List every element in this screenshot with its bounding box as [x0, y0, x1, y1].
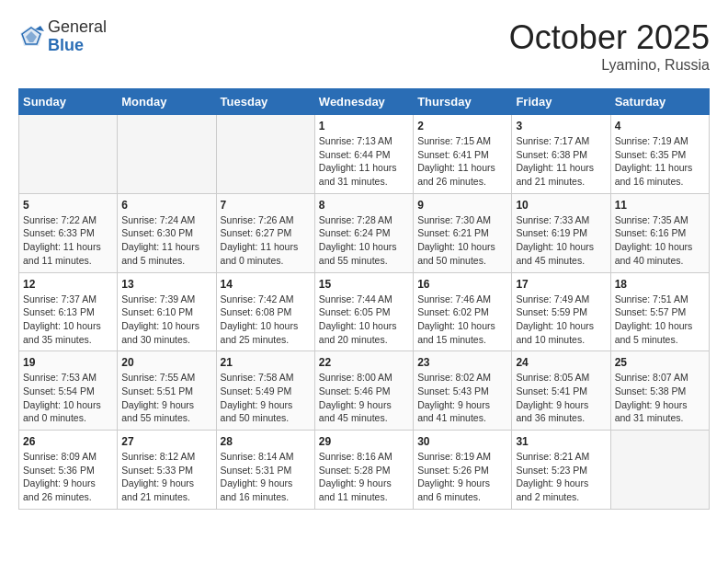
calendar-cell: 30Sunrise: 8:19 AM Sunset: 5:26 PM Dayli…	[414, 431, 512, 510]
day-number: 25	[615, 356, 705, 369]
calendar-cell: 24Sunrise: 8:05 AM Sunset: 5:41 PM Dayli…	[512, 351, 610, 431]
logo-icon	[18, 24, 44, 50]
weekday-header-row: SundayMondayTuesdayWednesdayThursdayFrid…	[19, 89, 710, 115]
calendar-week-row: 19Sunrise: 7:53 AM Sunset: 5:54 PM Dayli…	[19, 351, 710, 431]
calendar-cell: 20Sunrise: 7:55 AM Sunset: 5:51 PM Dayli…	[118, 351, 216, 431]
calendar-cell: 15Sunrise: 7:44 AM Sunset: 6:05 PM Dayli…	[314, 272, 413, 351]
calendar-cell: 26Sunrise: 8:09 AM Sunset: 5:36 PM Dayli…	[19, 431, 118, 510]
calendar-cell: 12Sunrise: 7:37 AM Sunset: 6:13 PM Dayli…	[19, 272, 118, 351]
day-number: 1	[319, 120, 409, 132]
day-info: Sunrise: 7:58 AM Sunset: 5:49 PM Dayligh…	[221, 371, 311, 425]
day-info: Sunrise: 8:12 AM Sunset: 5:33 PM Dayligh…	[121, 450, 211, 504]
calendar-cell: 14Sunrise: 7:42 AM Sunset: 6:08 PM Dayli…	[216, 272, 314, 351]
calendar-cell: 5Sunrise: 7:22 AM Sunset: 6:33 PM Daylig…	[19, 193, 118, 272]
calendar-cell: 4Sunrise: 7:19 AM Sunset: 6:35 PM Daylig…	[610, 115, 709, 194]
day-info: Sunrise: 7:35 AM Sunset: 6:16 PM Dayligh…	[615, 213, 705, 268]
day-number: 26	[23, 435, 113, 448]
day-number: 10	[516, 199, 606, 212]
page-header: General Blue October 2025 Lyamino, Russi…	[18, 18, 710, 74]
calendar-cell: 17Sunrise: 7:49 AM Sunset: 5:59 PM Dayli…	[512, 272, 610, 351]
calendar-cell: 22Sunrise: 8:00 AM Sunset: 5:46 PM Dayli…	[314, 351, 413, 431]
day-info: Sunrise: 7:51 AM Sunset: 5:57 PM Dayligh…	[615, 293, 705, 347]
weekday-header: Sunday	[19, 89, 118, 115]
day-info: Sunrise: 7:19 AM Sunset: 6:35 PM Dayligh…	[615, 134, 705, 189]
calendar-cell: 27Sunrise: 8:12 AM Sunset: 5:33 PM Dayli…	[118, 431, 216, 510]
day-number: 31	[516, 435, 606, 448]
calendar-cell: 19Sunrise: 7:53 AM Sunset: 5:54 PM Dayli…	[19, 351, 118, 431]
location: Lyamino, Russia	[509, 57, 710, 74]
calendar-cell: 9Sunrise: 7:30 AM Sunset: 6:21 PM Daylig…	[414, 193, 512, 272]
day-number: 14	[221, 278, 311, 291]
day-number: 15	[319, 278, 409, 291]
day-number: 7	[221, 199, 311, 212]
day-info: Sunrise: 7:26 AM Sunset: 6:27 PM Dayligh…	[221, 213, 311, 268]
day-number: 27	[121, 435, 211, 448]
title-block: October 2025 Lyamino, Russia	[509, 18, 710, 74]
day-info: Sunrise: 7:39 AM Sunset: 6:10 PM Dayligh…	[121, 293, 211, 347]
day-info: Sunrise: 7:33 AM Sunset: 6:19 PM Dayligh…	[516, 213, 606, 268]
calendar-cell: 2Sunrise: 7:15 AM Sunset: 6:41 PM Daylig…	[414, 115, 512, 194]
calendar-cell: 8Sunrise: 7:28 AM Sunset: 6:24 PM Daylig…	[314, 193, 413, 272]
calendar-cell: 3Sunrise: 7:17 AM Sunset: 6:38 PM Daylig…	[512, 115, 610, 194]
day-number: 21	[221, 356, 311, 369]
calendar-cell: 10Sunrise: 7:33 AM Sunset: 6:19 PM Dayli…	[512, 193, 610, 272]
day-info: Sunrise: 8:21 AM Sunset: 5:23 PM Dayligh…	[516, 450, 606, 504]
calendar-cell: 16Sunrise: 7:46 AM Sunset: 6:02 PM Dayli…	[414, 272, 512, 351]
day-info: Sunrise: 7:24 AM Sunset: 6:30 PM Dayligh…	[121, 213, 211, 268]
day-info: Sunrise: 7:13 AM Sunset: 6:44 PM Dayligh…	[319, 134, 409, 189]
day-number: 9	[417, 199, 507, 212]
day-number: 18	[615, 278, 705, 291]
day-number: 19	[23, 356, 113, 369]
day-number: 4	[615, 120, 705, 132]
day-number: 11	[615, 199, 705, 212]
day-info: Sunrise: 7:37 AM Sunset: 6:13 PM Dayligh…	[23, 293, 113, 347]
day-info: Sunrise: 8:16 AM Sunset: 5:28 PM Dayligh…	[319, 450, 409, 504]
calendar-cell: 31Sunrise: 8:21 AM Sunset: 5:23 PM Dayli…	[512, 431, 610, 510]
day-info: Sunrise: 8:07 AM Sunset: 5:38 PM Dayligh…	[615, 371, 705, 425]
calendar-cell: 6Sunrise: 7:24 AM Sunset: 6:30 PM Daylig…	[118, 193, 216, 272]
day-info: Sunrise: 7:30 AM Sunset: 6:21 PM Dayligh…	[417, 213, 507, 268]
day-info: Sunrise: 7:53 AM Sunset: 5:54 PM Dayligh…	[23, 371, 113, 425]
calendar-cell: 23Sunrise: 8:02 AM Sunset: 5:43 PM Dayli…	[414, 351, 512, 431]
day-info: Sunrise: 8:00 AM Sunset: 5:46 PM Dayligh…	[319, 371, 409, 425]
month-title: October 2025	[509, 18, 710, 57]
weekday-header: Friday	[512, 89, 610, 115]
day-number: 3	[516, 120, 606, 132]
day-number: 28	[221, 435, 311, 448]
day-info: Sunrise: 7:49 AM Sunset: 5:59 PM Dayligh…	[516, 293, 606, 347]
day-info: Sunrise: 8:09 AM Sunset: 5:36 PM Dayligh…	[23, 450, 113, 504]
calendar-cell: 28Sunrise: 8:14 AM Sunset: 5:31 PM Dayli…	[216, 431, 314, 510]
weekday-header: Tuesday	[216, 89, 314, 115]
day-number: 12	[23, 278, 113, 291]
weekday-header: Saturday	[610, 89, 709, 115]
calendar-cell: 13Sunrise: 7:39 AM Sunset: 6:10 PM Dayli…	[118, 272, 216, 351]
day-info: Sunrise: 7:22 AM Sunset: 6:33 PM Dayligh…	[23, 213, 113, 268]
logo-general-text: General	[48, 18, 107, 37]
day-info: Sunrise: 7:17 AM Sunset: 6:38 PM Dayligh…	[516, 134, 606, 189]
day-info: Sunrise: 7:28 AM Sunset: 6:24 PM Dayligh…	[319, 213, 409, 268]
calendar-cell: 29Sunrise: 8:16 AM Sunset: 5:28 PM Dayli…	[314, 431, 413, 510]
calendar-cell: 21Sunrise: 7:58 AM Sunset: 5:49 PM Dayli…	[216, 351, 314, 431]
calendar-cell: 18Sunrise: 7:51 AM Sunset: 5:57 PM Dayli…	[610, 272, 709, 351]
calendar-cell: 25Sunrise: 8:07 AM Sunset: 5:38 PM Dayli…	[610, 351, 709, 431]
logo: General Blue	[18, 18, 107, 55]
day-info: Sunrise: 7:55 AM Sunset: 5:51 PM Dayligh…	[121, 371, 211, 425]
calendar-week-row: 1Sunrise: 7:13 AM Sunset: 6:44 PM Daylig…	[19, 115, 710, 194]
calendar-week-row: 26Sunrise: 8:09 AM Sunset: 5:36 PM Dayli…	[19, 431, 710, 510]
calendar-table: SundayMondayTuesdayWednesdayThursdayFrid…	[18, 88, 710, 510]
day-number: 22	[319, 356, 409, 369]
day-info: Sunrise: 7:15 AM Sunset: 6:41 PM Dayligh…	[417, 134, 507, 189]
calendar-cell	[610, 431, 709, 510]
calendar-cell: 7Sunrise: 7:26 AM Sunset: 6:27 PM Daylig…	[216, 193, 314, 272]
day-number: 23	[417, 356, 507, 369]
day-number: 20	[121, 356, 211, 369]
day-number: 8	[319, 199, 409, 212]
day-info: Sunrise: 8:05 AM Sunset: 5:41 PM Dayligh…	[516, 371, 606, 425]
day-info: Sunrise: 7:46 AM Sunset: 6:02 PM Dayligh…	[417, 293, 507, 347]
weekday-header: Wednesday	[314, 89, 413, 115]
day-number: 13	[121, 278, 211, 291]
day-number: 2	[417, 120, 507, 132]
calendar-cell	[19, 115, 118, 194]
day-info: Sunrise: 8:14 AM Sunset: 5:31 PM Dayligh…	[221, 450, 311, 504]
day-number: 5	[23, 199, 113, 212]
